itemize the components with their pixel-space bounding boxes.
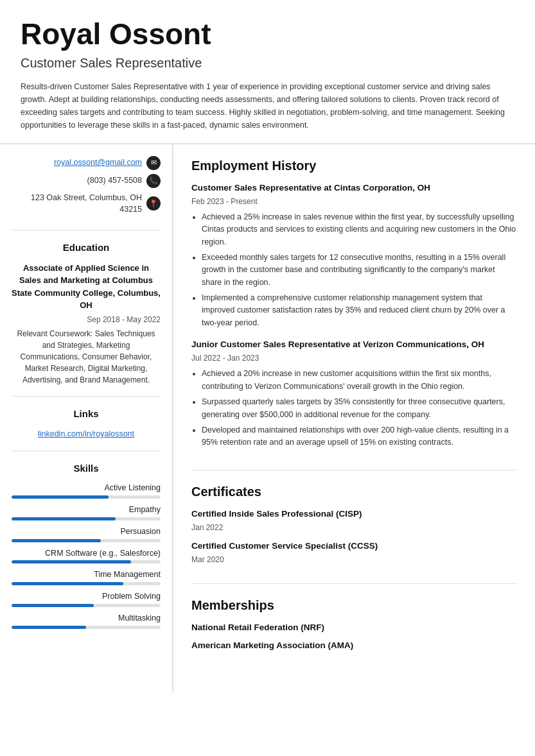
skill-bar-bg <box>12 626 161 629</box>
memberships-title: Memberships <box>191 596 517 615</box>
skill-bar-bg <box>12 582 161 585</box>
cert-entry: Certified Inside Sales Professional (CIS… <box>191 508 517 533</box>
job-title: Customer Sales Representative <box>21 53 514 73</box>
job-entry: Junior Customer Sales Representative at … <box>191 338 517 449</box>
employment-title: Employment History <box>191 156 517 175</box>
job-position: Customer Sales Representative at Cintas … <box>191 182 517 194</box>
bullet-item: Surpassed quarterly sales targets by 35%… <box>202 396 517 421</box>
skill-label: Persuasion <box>12 526 161 538</box>
degree-name: Associate of Applied Science in Sales an… <box>12 262 161 312</box>
email-item: royal.ossont@gmail.com ✉ <box>12 156 161 170</box>
linkedin-item: linkedin.com/in/royalossont <box>12 427 161 440</box>
links-title: Links <box>12 407 161 422</box>
cert-date: Mar 2020 <box>191 554 517 565</box>
skill-bar-fill <box>12 604 94 607</box>
full-name: Royal Ossont <box>21 18 514 51</box>
member-item: American Marketing Association (AMA) <box>191 639 517 652</box>
skill-bar-bg <box>12 604 161 607</box>
skill-bar-bg <box>12 495 161 499</box>
location-icon: 📍 <box>146 196 161 210</box>
skill-item: Persuasion <box>12 526 161 542</box>
header-section: Royal Ossont Customer Sales Representati… <box>0 0 535 144</box>
main-layout: royal.ossont@gmail.com ✉ (803) 457-5508 … <box>0 144 535 692</box>
employment-section: Employment History Customer Sales Repres… <box>191 156 517 470</box>
email-link[interactable]: royal.ossont@gmail.com <box>54 157 142 169</box>
member-item: National Retail Federation (NRF) <box>191 621 517 634</box>
content-area: Employment History Customer Sales Repres… <box>173 144 535 692</box>
bullet-item: Achieved a 20% increase in new customer … <box>202 368 517 393</box>
skill-item: Time Management <box>12 569 161 585</box>
cert-entry: Certified Customer Service Specialist (C… <box>191 540 517 565</box>
links-section: Links linkedin.com/in/royalossont <box>12 407 161 451</box>
summary-text: Results-driven Customer Sales Representa… <box>21 80 514 132</box>
skill-item: Multitasking <box>12 612 161 629</box>
skill-bar-bg <box>12 560 161 563</box>
members-list: National Retail Federation (NRF)American… <box>191 621 517 653</box>
cert-name: Certified Inside Sales Professional (CIS… <box>191 508 517 520</box>
skills-list: Active Listening Empathy Persuasion CRM … <box>12 482 161 628</box>
sidebar: royal.ossont@gmail.com ✉ (803) 457-5508 … <box>0 144 173 692</box>
bullet-item: Achieved a 25% increase in sales revenue… <box>202 211 517 248</box>
skill-label: Empathy <box>12 504 161 516</box>
job-entry: Customer Sales Representative at Cintas … <box>191 182 517 330</box>
edu-dates: Sep 2018 - May 2022 <box>12 314 161 325</box>
bullet-item: Implemented a comprehensive customer rel… <box>202 292 517 329</box>
skill-label: Active Listening <box>12 482 161 494</box>
contact-section: royal.ossont@gmail.com ✉ (803) 457-5508 … <box>12 156 161 231</box>
job-bullets: Achieved a 20% increase in new customer … <box>191 368 517 449</box>
memberships-section: Memberships National Retail Federation (… <box>191 596 517 669</box>
education-title: Education <box>12 241 161 255</box>
skill-bar-fill <box>12 517 116 520</box>
phone-item: (803) 457-5508 📞 <box>12 174 161 188</box>
skill-item: Active Listening <box>12 482 161 499</box>
phone-icon: 📞 <box>146 174 161 188</box>
skills-title: Skills <box>12 461 161 476</box>
skill-bar-bg <box>12 517 161 520</box>
skill-label: CRM Software (e.g., Salesforce) <box>12 547 161 560</box>
certificates-section: Certificates Certified Inside Sales Prof… <box>191 482 517 585</box>
certs-list: Certified Inside Sales Professional (CIS… <box>191 508 517 566</box>
job-dates: Jul 2022 - Jan 2023 <box>191 352 517 364</box>
address-item: 123 Oak Street, Columbus, OH 43215 📍 <box>12 192 161 216</box>
bullet-item: Exceeded monthly sales targets for 12 co… <box>202 252 517 289</box>
skills-section: Skills Active Listening Empathy Persuasi… <box>12 461 161 644</box>
skill-item: CRM Software (e.g., Salesforce) <box>12 547 161 564</box>
address-text: 123 Oak Street, Columbus, OH 43215 <box>12 192 142 216</box>
phone-text: (803) 457-5508 <box>87 175 142 187</box>
skill-item: Empathy <box>12 504 161 520</box>
job-bullets: Achieved a 25% increase in sales revenue… <box>191 211 517 329</box>
edu-coursework: Relevant Coursework: Sales Techniques an… <box>12 328 161 386</box>
cert-date: Jan 2022 <box>191 522 517 533</box>
skill-bar-bg <box>12 539 161 542</box>
education-section: Education Associate of Applied Science i… <box>12 241 161 397</box>
bullet-item: Developed and maintained relationships w… <box>202 424 517 449</box>
skill-label: Time Management <box>12 569 161 581</box>
skill-item: Problem Solving <box>12 590 161 607</box>
email-icon: ✉ <box>146 156 161 170</box>
linkedin-link[interactable]: linkedin.com/in/royalossont <box>38 429 134 438</box>
skill-bar-fill <box>12 582 123 585</box>
certificates-title: Certificates <box>191 482 517 501</box>
skill-bar-fill <box>12 495 109 499</box>
job-dates: Feb 2023 - Present <box>191 196 517 207</box>
skill-label: Multitasking <box>12 612 161 624</box>
skill-label: Problem Solving <box>12 590 161 603</box>
job-position: Junior Customer Sales Representative at … <box>191 338 517 351</box>
cert-name: Certified Customer Service Specialist (C… <box>191 540 517 553</box>
skill-bar-fill <box>12 539 101 542</box>
skill-bar-fill <box>12 560 131 563</box>
jobs-list: Customer Sales Representative at Cintas … <box>191 182 517 449</box>
skill-bar-fill <box>12 626 86 629</box>
